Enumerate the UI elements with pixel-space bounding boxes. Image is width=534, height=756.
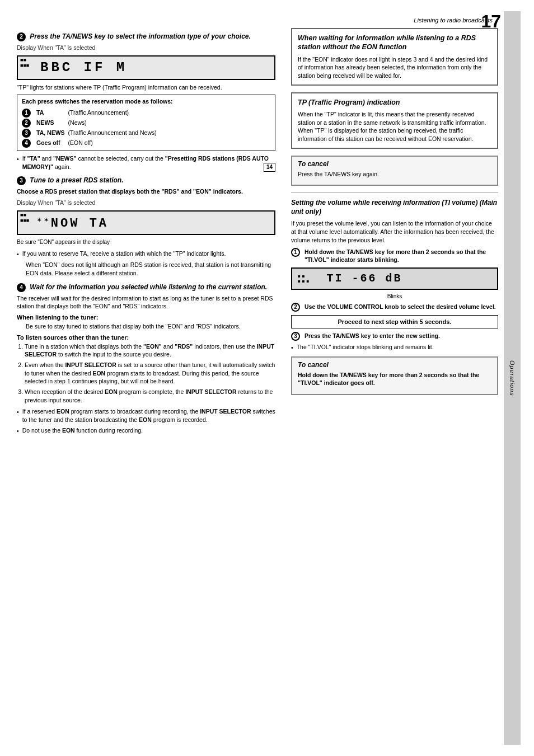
vol-step3-text: Press the TA/NEWS key to enter the new s… <box>305 332 440 340</box>
eon-box: When waiting for information while liste… <box>291 28 498 86</box>
table-row: 2 NEWS (News) <box>22 118 160 128</box>
vol-step2: 2 Use the VOLUME CONTROL knob to select … <box>291 303 498 312</box>
volume-section: Setting the volume while receiving infor… <box>291 199 498 395</box>
res-label-4: Goes off <box>36 138 68 148</box>
eon-box-title: When waiting for information while liste… <box>298 34 491 52</box>
step3-num: 3 <box>17 176 26 185</box>
vol-step1: 1 Hold down the TA/NEWS key for more tha… <box>291 248 498 264</box>
section-divider <box>291 192 498 193</box>
step2-section: 2 Press the TA/NEWS key to select the in… <box>17 32 275 172</box>
tp-box-body: When the "TP" indicator is lit, this mea… <box>298 110 491 143</box>
step3-bullet1b: When "EON" does not light although an RD… <box>26 261 275 277</box>
volume-section-title: Setting the volume while receiving infor… <box>291 199 498 216</box>
reservation-table: 1 TA (Traffic Announcement) 2 NEWS (News… <box>22 108 160 148</box>
step2-heading: 2 Press the TA/NEWS key to select the in… <box>17 32 275 41</box>
table-row: 3 TA, NEWS (Traffic Announcement and New… <box>22 128 160 138</box>
step3-display: ■■■■■ ✶✶NOW TA <box>17 210 275 235</box>
step3-display-note: Be sure "EON" appears in the display <box>17 238 275 246</box>
res-label-1: TA <box>36 108 68 118</box>
step4-sub1: When listening to the tuner: <box>17 314 275 321</box>
step2-display-label: Display When "TA" is selected <box>17 44 275 52</box>
step4-numbered-list: Tune in a station which that displays bo… <box>25 342 275 405</box>
side-tab: Operations <box>504 11 521 745</box>
vol-bullet1-text: The "TI.VOL" indicator stops blinking an… <box>297 343 434 351</box>
list-item: When reception of the desired EON progra… <box>25 388 275 404</box>
step4-section: 4 Wait for the information you selected … <box>17 283 275 435</box>
step4-body1: The receiver will wait for the desired i… <box>17 294 275 311</box>
cancel-box1: To cancel Press the TA/NEWS key again. <box>291 156 498 186</box>
page-number: 17 <box>481 11 501 32</box>
reservation-heading: Each press switches the reservation mode… <box>22 97 270 106</box>
step3-bullet1: • If you want to reserve TA, receive a s… <box>17 250 275 259</box>
list-item: Tune in a station which that displays bo… <box>25 342 275 359</box>
res-desc-1: (Traffic Announcement) <box>68 108 160 118</box>
ti-display-content: TI -66 dB <box>326 272 402 285</box>
res-num-3: 3 <box>22 129 31 138</box>
res-num-4: 4 <box>22 139 31 148</box>
res-desc-2: (News) <box>68 118 160 128</box>
table-row: 1 TA (Traffic Announcement) <box>22 108 160 118</box>
step4-bullet1: • If a reserved EON program starts to br… <box>17 407 275 424</box>
res-label-2: NEWS <box>36 118 68 128</box>
vol-step3-num: 3 <box>291 332 300 341</box>
display-indicator: ■■■■■ <box>20 58 29 69</box>
res-label-3: TA, NEWS <box>36 128 68 138</box>
step2-display: ■■■■■ BBC IF M <box>17 55 275 80</box>
eon-box-body: If the "EON" indicator does not light in… <box>298 55 491 80</box>
cancel-title1: To cancel <box>298 160 491 168</box>
ref-box: 14 <box>264 163 275 172</box>
step3-section: 3 Tune to a preset RDS station. Choose a… <box>17 176 275 278</box>
vol-bullet1: • The "TI.VOL" indicator stops blinking … <box>291 343 498 352</box>
ti-display: ■■■■■ TI -66 dB <box>291 267 498 290</box>
step3-display-label: Display When "TA" is selected <box>17 199 275 207</box>
step4-sub1body: Be sure to stay tuned to stations that d… <box>26 322 275 331</box>
res-desc-4: (EON off) <box>68 138 160 148</box>
step2-display-content: BBC IF M <box>40 60 127 75</box>
blinks-label: Blinks <box>291 293 498 299</box>
step3-subheading: Choose a RDS preset station that display… <box>17 187 275 196</box>
tp-box: TP (Traffic Program) indication When the… <box>291 92 498 149</box>
step4-bullet2: • Do not use the EON function during rec… <box>17 426 275 435</box>
res-num-1: 1 <box>22 109 31 118</box>
tp-box-title: TP (Traffic Program) indication <box>298 98 491 107</box>
vol-step1-text: Hold down the TA/NEWS key for more than … <box>305 248 498 264</box>
step4-heading: 4 Wait for the information you selected … <box>17 283 275 292</box>
proceed-box: Proceed to next step within 5 seconds. <box>291 315 498 328</box>
step4-sub2: To listen sources other than the tuner: <box>17 334 275 341</box>
cancel-box2: To cancel Hold down the TA/NEWS key for … <box>291 356 498 395</box>
cancel-body2: Hold down the TA/NEWS key for more than … <box>298 371 491 387</box>
step2-num: 2 <box>17 32 26 41</box>
list-item: Even when the INPUT SELECTOR is set to a… <box>25 361 275 386</box>
vol-step3: 3 Press the TA/NEWS key to enter the new… <box>291 332 498 341</box>
cancel-body1: Press the TA/NEWS key again. <box>298 170 491 179</box>
display-indicator2: ■■■■■ <box>20 213 29 224</box>
vol-step2-text: Use the VOLUME CONTROL knob to select th… <box>305 303 496 311</box>
vol-step1-num: 1 <box>291 248 300 257</box>
res-desc-3: (Traffic Announcement and News) <box>68 128 160 138</box>
step2-bullet1: • If "TA" and "NEWS" cannot be selected,… <box>17 154 275 172</box>
table-row: 4 Goes off (EON off) <box>22 138 160 148</box>
volume-intro: If you preset the volume level, you can … <box>291 219 498 244</box>
step3-heading: 3 Tune to a preset RDS station. <box>17 176 275 185</box>
ti-display-indicator: ■■■■■ <box>298 274 311 284</box>
step4-num: 4 <box>17 283 26 292</box>
step3-display-content: ✶✶NOW TA <box>37 215 109 231</box>
header-area: Listening to radio broadcasts <box>291 17 498 24</box>
cancel-title2: To cancel <box>298 361 491 369</box>
reservation-list: Each press switches the reservation mode… <box>17 95 275 151</box>
vol-step2-num: 2 <box>291 303 300 312</box>
res-num-2: 2 <box>22 119 31 128</box>
step2-tp-note: "TP" lights for stations where TP (Traff… <box>17 83 275 92</box>
